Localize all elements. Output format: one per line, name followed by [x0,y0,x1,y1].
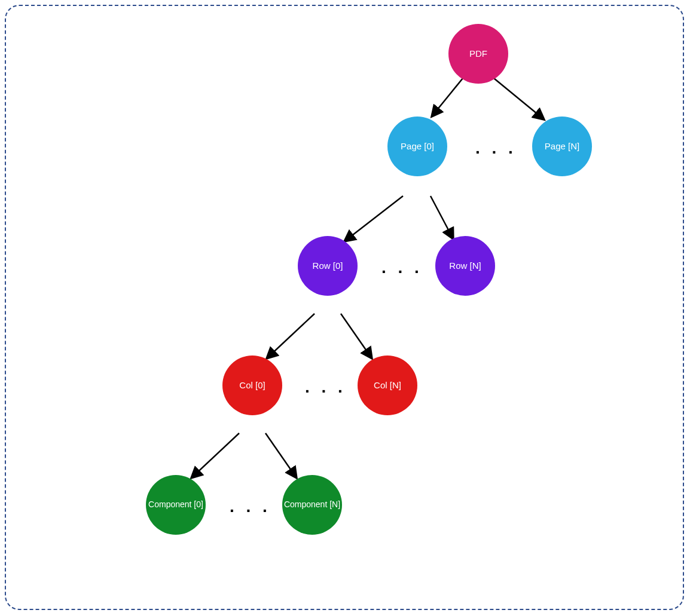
svg-line-4 [267,314,315,358]
node-col-n: Col [N] [358,355,417,415]
node-col-n-label: Col [N] [374,381,401,391]
node-row-n-label: Row [N] [449,261,481,271]
node-col-0: Col [0] [222,355,282,415]
node-pdf: PDF [448,24,508,84]
svg-line-1 [494,78,544,119]
node-page-0: Page [0] [387,117,447,176]
node-component-n-label: Component [N] [284,500,340,509]
node-row-n: Row [N] [435,236,495,296]
svg-line-5 [341,314,372,358]
node-page-0-label: Page [0] [401,142,434,152]
ellipsis-pages: . . . [475,139,517,158]
node-page-n-label: Page [N] [545,142,579,152]
svg-line-2 [344,196,403,241]
svg-line-3 [431,196,453,239]
ellipsis-components: . . . [230,497,271,516]
node-component-0: Component [0] [146,475,206,535]
node-pdf-label: PDF [469,49,487,59]
svg-line-0 [432,78,463,117]
node-row-0: Row [0] [298,236,358,296]
node-row-0-label: Row [0] [313,261,343,271]
ellipsis-rows: . . . [381,258,423,277]
node-col-0-label: Col [0] [239,381,265,391]
svg-line-6 [191,433,239,478]
node-component-n: Component [N] [282,475,342,535]
ellipsis-cols: . . . [305,378,346,397]
edges-layer [0,0,690,616]
svg-line-7 [265,433,297,478]
node-component-0-label: Component [0] [148,500,203,509]
node-page-n: Page [N] [532,117,592,176]
